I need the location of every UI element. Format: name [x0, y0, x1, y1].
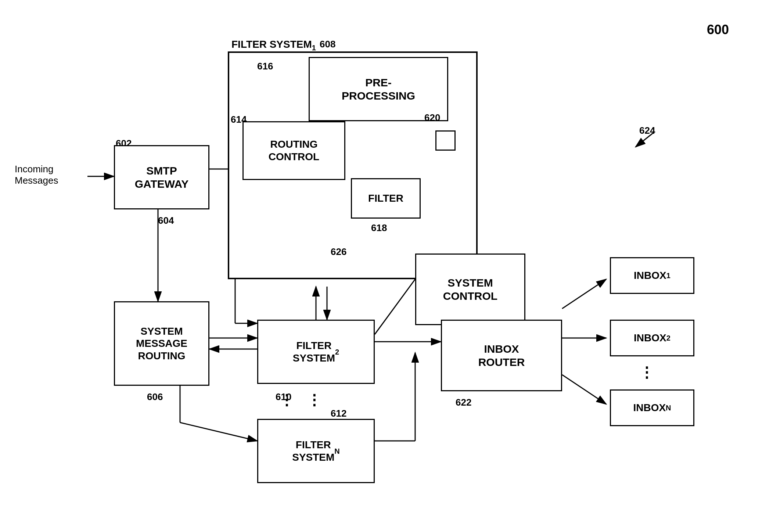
svg-line-23 [180, 423, 257, 441]
routing-control-box: ROUTINGCONTROL [242, 121, 345, 180]
box-620 [435, 130, 456, 151]
inbox-N-box: INBOXN [610, 389, 694, 426]
label-incoming: IncomingMessages [15, 163, 58, 186]
label-604: 604 [158, 215, 174, 226]
label-618: 618 [371, 222, 387, 234]
label-624: 624 [639, 125, 655, 136]
diagram: 600 IncomingMessages 602 SMTPGATEWAY 604… [0, 0, 773, 532]
label-filter-system1: FILTER SYSTEM1 [231, 39, 316, 52]
label-616: 616 [257, 61, 273, 72]
inbox-router-box: INBOXROUTER [441, 320, 562, 391]
filter-system-N-box: FILTERSYSTEMN [257, 419, 375, 483]
dots-inboxes: ⋮ [639, 364, 654, 381]
pre-processing-box: PRE-PROCESSING [309, 57, 448, 121]
svg-line-17 [375, 279, 415, 334]
dots-filter-systems2: ⋮ [279, 391, 294, 408]
label-626: 626 [331, 246, 346, 258]
svg-line-19 [562, 279, 606, 309]
system-control-box: SYSTEMCONTROL [415, 254, 525, 325]
label-612: 612 [331, 408, 346, 419]
smtp-gateway-box: SMTPGATEWAY [114, 145, 209, 209]
label-608: 608 [320, 39, 335, 50]
filter-box: FILTER [351, 178, 421, 219]
filter-system-2-box: FILTERSYSTEM2 [257, 320, 375, 384]
inbox-2-box: INBOX2 [610, 320, 694, 356]
label-600: 600 [707, 22, 729, 37]
label-622: 622 [456, 397, 471, 408]
inbox-1-box: INBOX1 [610, 257, 694, 294]
label-620: 620 [424, 112, 440, 123]
label-606: 606 [147, 391, 163, 403]
system-message-routing-box: SYSTEMMESSAGEROUTING [114, 301, 209, 386]
dots-filter-systems: ⋮ [307, 391, 321, 408]
svg-line-21 [562, 375, 606, 404]
